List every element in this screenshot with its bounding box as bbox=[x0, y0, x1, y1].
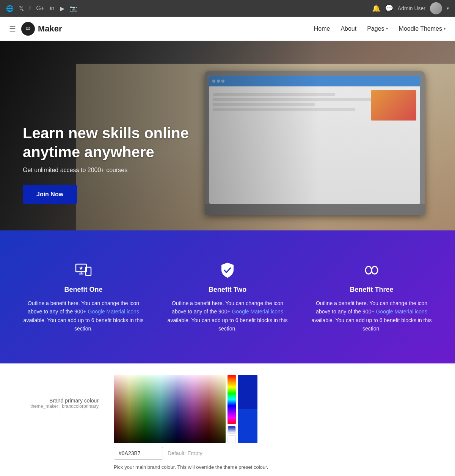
primary-color-row: Brand primary colour theme_maker | brand… bbox=[23, 375, 432, 470]
shield-check-icon bbox=[167, 261, 288, 280]
benefit-card-2: Benefit Two Outline a benefit here. You … bbox=[159, 253, 296, 341]
primary-default-text: Default: Empty bbox=[168, 450, 202, 456]
hero-content: Learn new skills onlineanytime anywhere … bbox=[0, 124, 212, 230]
hero-title: Learn new skills onlineanytime anywhere bbox=[23, 124, 189, 161]
nav-pages-label: Pages bbox=[367, 25, 384, 32]
globe-icon[interactable]: 🌐 bbox=[6, 5, 14, 12]
primary-color-picker-block: Default: Empty Pick your main brand colo… bbox=[114, 375, 432, 470]
benefit-2-link[interactable]: Google Material icons bbox=[232, 308, 283, 315]
site-header: ☰ ∞ Maker Home About Pages ▾ Moodle Them… bbox=[0, 17, 455, 41]
primary-color-input-row: Default: Empty bbox=[114, 447, 432, 460]
facebook-icon[interactable]: f bbox=[29, 5, 31, 12]
topbar: 🌐 𝕏 f G+ in ▶ 📷 🔔 💬 Admin User ▾ bbox=[0, 0, 455, 17]
primary-color-label-block: Brand primary colour theme_maker | brand… bbox=[23, 375, 99, 409]
gradient-black-overlay bbox=[114, 375, 226, 443]
hamburger-menu-icon[interactable]: ☰ bbox=[9, 24, 16, 33]
benefit-1-link[interactable]: Google Material icons bbox=[88, 308, 139, 315]
primary-swatch-top bbox=[238, 375, 257, 409]
nav-pages[interactable]: Pages ▾ bbox=[367, 25, 388, 32]
benefit-2-text: Outline a benefit here. You can change t… bbox=[167, 299, 288, 333]
benefit-3-text: Outline a benefit here. You can change t… bbox=[311, 299, 432, 333]
avatar[interactable] bbox=[430, 2, 442, 14]
twitter-icon[interactable]: 𝕏 bbox=[19, 5, 24, 12]
benefit-2-text-after: available. You can add up to 6 benefit b… bbox=[168, 317, 288, 332]
primary-hue-strip[interactable] bbox=[228, 375, 236, 424]
primary-alpha-strip-2[interactable] bbox=[228, 435, 236, 443]
benefits-section: Benefit One Outline a benefit here. You … bbox=[0, 230, 455, 363]
devices-icon bbox=[23, 261, 144, 280]
benefit-2-title: Benefit Two bbox=[167, 286, 288, 294]
primary-picker-container bbox=[114, 375, 432, 443]
benefit-1-title: Benefit One bbox=[23, 286, 144, 294]
color-settings-section: Brand primary colour theme_maker | brand… bbox=[0, 363, 455, 476]
primary-color-gradient[interactable] bbox=[114, 375, 226, 443]
nav-about[interactable]: About bbox=[340, 25, 356, 32]
infinity-icon bbox=[311, 261, 432, 280]
nav-moodle-themes[interactable]: Moodle Themes ▾ bbox=[399, 25, 446, 32]
hero-section: Learn new skills onlineanytime anywhere … bbox=[0, 41, 455, 230]
benefit-card-1: Benefit One Outline a benefit here. You … bbox=[15, 253, 152, 341]
nav-moodle-themes-label: Moodle Themes bbox=[399, 25, 442, 32]
chat-icon[interactable]: 💬 bbox=[385, 4, 393, 13]
user-menu-caret-icon[interactable]: ▾ bbox=[447, 6, 449, 11]
nav-about-label: About bbox=[340, 25, 356, 32]
instagram-icon[interactable]: 📷 bbox=[70, 5, 77, 12]
benefit-1-text: Outline a benefit here. You can change t… bbox=[23, 299, 144, 333]
primary-side-strips bbox=[228, 375, 236, 443]
moodle-themes-dropdown-caret-icon: ▾ bbox=[444, 26, 446, 31]
benefit-3-title: Benefit Three bbox=[311, 286, 432, 294]
join-now-button[interactable]: Join Now bbox=[23, 185, 77, 204]
primary-color-hint: Pick your main brand colour. This will o… bbox=[114, 464, 432, 470]
topbar-user-area: 🔔 💬 Admin User ▾ bbox=[372, 2, 449, 14]
primary-color-swatch bbox=[238, 375, 257, 443]
benefit-card-3: Benefit Three Outline a benefit here. Yo… bbox=[303, 253, 440, 341]
linkedin-icon[interactable]: in bbox=[50, 5, 54, 12]
nav-home-label: Home bbox=[314, 25, 330, 32]
main-nav: Home About Pages ▾ Moodle Themes ▾ bbox=[314, 25, 446, 32]
youtube-icon[interactable]: ▶ bbox=[60, 5, 64, 12]
benefit-1-text-after: available. You can add up to 6 benefit b… bbox=[24, 317, 144, 332]
infinity-logo-symbol: ∞ bbox=[26, 25, 31, 33]
admin-username: Admin User bbox=[398, 5, 425, 11]
google-plus-icon[interactable]: G+ bbox=[36, 5, 44, 12]
primary-color-label: Brand primary colour bbox=[23, 398, 99, 404]
nav-home[interactable]: Home bbox=[314, 25, 330, 32]
primary-color-sublabel: theme_maker | brandcolorprimary bbox=[23, 404, 99, 409]
primary-hex-input[interactable] bbox=[114, 447, 163, 460]
site-name: Maker bbox=[38, 24, 62, 34]
pages-dropdown-caret-icon: ▾ bbox=[386, 26, 388, 31]
topbar-social-icons: 🌐 𝕏 f G+ in ▶ 📷 bbox=[6, 5, 77, 12]
hero-subtitle: Get unlimited access to 2000+ courses bbox=[23, 167, 189, 174]
site-logo[interactable]: ∞ Maker bbox=[21, 22, 62, 36]
primary-swatch-bottom bbox=[238, 409, 257, 443]
logo-icon: ∞ bbox=[21, 22, 35, 36]
benefit-3-link[interactable]: Google Material icons bbox=[376, 308, 427, 315]
primary-alpha-strip-1[interactable] bbox=[228, 426, 236, 434]
benefit-3-text-after: available. You can add up to 6 benefit b… bbox=[312, 317, 432, 332]
notification-bell-icon[interactable]: 🔔 bbox=[372, 4, 380, 13]
header-left: ☰ ∞ Maker bbox=[9, 22, 62, 36]
